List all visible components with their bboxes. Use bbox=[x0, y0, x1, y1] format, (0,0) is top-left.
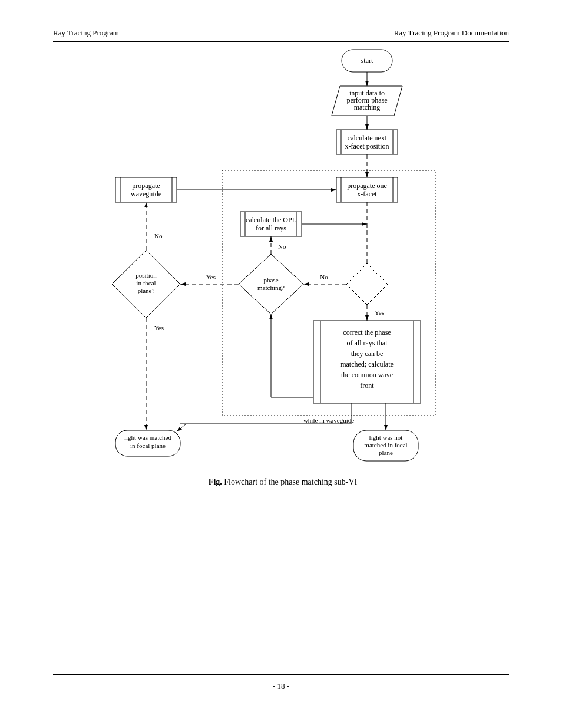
yes-label-right-down: Yes bbox=[375, 309, 384, 316]
calc-facet-process: calculate next x-facet position bbox=[336, 130, 398, 154]
svg-text:light was not: light was not bbox=[369, 434, 403, 441]
svg-text:plane: plane bbox=[379, 449, 393, 456]
svg-text:waveguide: waveguide bbox=[131, 190, 161, 198]
svg-text:in focal: in focal bbox=[136, 279, 156, 286]
svg-text:of all rays that: of all rays that bbox=[347, 339, 388, 347]
diamond-right bbox=[346, 263, 388, 305]
svg-text:phase: phase bbox=[263, 276, 278, 284]
svg-text:propagate one: propagate one bbox=[347, 182, 387, 190]
figure-caption: Fig. Flowchart of the phase matching sub… bbox=[189, 476, 377, 488]
svg-text:x-facet position: x-facet position bbox=[345, 142, 389, 150]
rule-top bbox=[53, 41, 509, 42]
yes-label-mid-to-left: Yes bbox=[206, 274, 216, 281]
no-label-mid-up: No bbox=[278, 243, 286, 250]
terminator-not-matched: light was not matched in focal plane bbox=[353, 430, 418, 461]
svg-text:the common wave: the common wave bbox=[341, 371, 393, 379]
page-number: - 18 - bbox=[0, 681, 562, 691]
svg-text:they can be: they can be bbox=[351, 350, 384, 358]
svg-text:matched; calculate: matched; calculate bbox=[340, 360, 394, 368]
svg-text:matching?: matching? bbox=[257, 284, 285, 291]
caption-label: Fig. bbox=[209, 477, 222, 486]
terminator-matched: light was matched in focal plane bbox=[115, 430, 180, 456]
diamond-focal-plane: position in focal plane? bbox=[112, 251, 180, 318]
caption-text: Flowchart of the phase matching sub-VI bbox=[222, 477, 357, 486]
input-parallelogram: input data to perform phase matching bbox=[332, 86, 402, 116]
no-label-left-up: No bbox=[154, 232, 163, 239]
no-label-right-to-mid: No bbox=[320, 274, 328, 281]
svg-text:position: position bbox=[135, 272, 157, 279]
svg-text:x-facet: x-facet bbox=[357, 190, 377, 198]
svg-text:in focal plane: in focal plane bbox=[130, 442, 166, 449]
prop-facet-process: propagate one x-facet bbox=[336, 177, 398, 202]
header-left: Ray Tracing Program bbox=[53, 28, 119, 38]
svg-text:calculate the OPL: calculate the OPL bbox=[246, 216, 296, 224]
flowchart: while in waveguide start input data to p… bbox=[65, 50, 497, 472]
dotted-region-label: while in waveguide bbox=[303, 417, 354, 424]
start-terminator: start bbox=[342, 50, 392, 72]
svg-text:matched in focal: matched in focal bbox=[364, 442, 407, 449]
svg-text:for all rays: for all rays bbox=[256, 224, 286, 232]
rule-bottom bbox=[53, 674, 509, 675]
yes-label-left-down: Yes bbox=[154, 324, 164, 331]
svg-text:plane?: plane? bbox=[138, 287, 155, 294]
header-right: Ray Tracing Program Documentation bbox=[394, 28, 509, 38]
correct-phase-process: correct the phase of all rays that they … bbox=[313, 321, 421, 403]
prop-wg-process: propagate waveguide bbox=[115, 177, 177, 202]
svg-text:propagate: propagate bbox=[132, 182, 160, 190]
svg-text:matching: matching bbox=[354, 103, 381, 111]
diamond-phase-matching: phase matching? bbox=[239, 254, 303, 314]
svg-text:calculate next: calculate next bbox=[348, 134, 387, 142]
svg-text:start: start bbox=[361, 57, 373, 65]
svg-marker-32 bbox=[346, 263, 388, 305]
svg-text:front: front bbox=[360, 381, 374, 390]
svg-text:correct the phase: correct the phase bbox=[343, 328, 391, 337]
svg-line-61 bbox=[177, 424, 186, 431]
svg-text:light was matched: light was matched bbox=[124, 434, 172, 441]
calc-opl-process: calculate the OPL for all rays bbox=[240, 212, 302, 236]
